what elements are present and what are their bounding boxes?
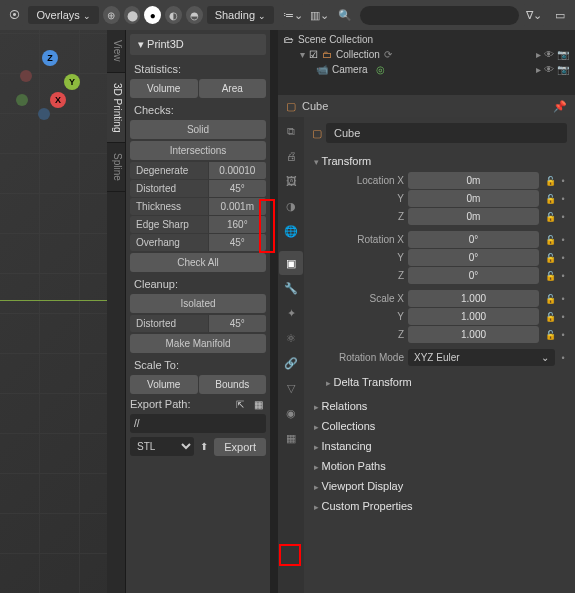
tab-output-icon[interactable]: 🖨 [279,144,303,168]
export-button[interactable]: Export [214,438,266,456]
rotation-x-value[interactable]: 0° [408,231,539,248]
overlays-dropdown[interactable]: Overlays [28,6,98,24]
axes-gizmo[interactable]: Z Y X [10,50,90,130]
checkbox-icon[interactable]: ☑ [309,49,318,60]
tab-view[interactable]: View [107,30,125,73]
tab-constraints-icon[interactable]: 🔗 [279,351,303,375]
keyframe-dot-icon[interactable]: • [559,212,567,222]
viewlayer-icon[interactable]: ⟳ [384,49,392,60]
intersections-button[interactable]: Intersections [130,141,266,160]
scale-x-value[interactable]: 1.000 [408,290,539,307]
filter-icon[interactable]: ∇⌄ [523,4,545,26]
shading-extra-icon[interactable]: ◓ [186,6,203,24]
edgesharp-value[interactable]: 160° [209,216,266,233]
export-format-select[interactable]: STL [130,437,194,456]
pin-icon[interactable]: 📌 [553,100,567,113]
eye-icon[interactable]: 👁 [544,64,554,75]
lock-icon[interactable]: 🔓 [543,235,557,245]
overhang-value[interactable]: 45° [209,234,266,251]
overhang-button[interactable]: Overhang [130,234,208,251]
disclosure-icon[interactable]: ▾ [300,49,305,60]
keyframe-dot-icon[interactable]: • [559,271,567,281]
lock-icon[interactable]: 🔓 [543,194,557,204]
overlays-toggle-icon[interactable]: ⦿ [4,4,24,26]
tab-3d-printing[interactable]: 3D Printing [107,73,125,143]
gizmo-y-icon[interactable]: Y [64,74,80,90]
lock-icon[interactable]: 🔓 [543,330,557,340]
collections-header[interactable]: Collections [312,416,567,436]
rotation-y-value[interactable]: 0° [408,249,539,266]
tab-material-icon[interactable]: ◉ [279,401,303,425]
tab-world-icon[interactable]: 🌐 [279,219,303,243]
apply-transform-icon[interactable]: ▦ [250,396,266,412]
viewport-display-header[interactable]: Viewport Display [312,476,567,496]
tab-mesh-icon[interactable]: ▽ [279,376,303,400]
volume-button[interactable]: Volume [130,79,198,98]
outliner-scene-row[interactable]: 🗁 Scene Collection [280,32,573,47]
object-name-input[interactable] [326,123,567,143]
hide-icon[interactable]: ▸ [536,64,541,75]
tab-scene-icon[interactable]: ◑ [279,194,303,218]
editor-type-icon[interactable]: ≔⌄ [282,4,304,26]
tab-viewlayer-icon[interactable]: 🖼 [279,169,303,193]
tab-spline[interactable]: Spline [107,143,125,192]
gizmo-neg-y-icon[interactable] [16,94,28,106]
shading-rendered-icon[interactable]: ◐ [165,6,182,24]
scale-volume-button[interactable]: Volume [130,375,198,394]
lock-icon[interactable]: 🔓 [543,294,557,304]
distorted-button[interactable]: Distorted [130,180,208,197]
new-collection-icon[interactable]: ▭ [549,4,571,26]
gizmo-z-icon[interactable]: Z [42,50,58,66]
edgesharp-button[interactable]: Edge Sharp [130,216,208,233]
tab-object-icon[interactable]: ▣ [279,251,303,275]
eye-icon[interactable]: 👁 [544,49,554,60]
copy-path-icon[interactable]: ⇱ [232,396,248,412]
camera-restrict-icon[interactable]: 📷 [557,64,569,75]
instancing-header[interactable]: Instancing [312,436,567,456]
keyframe-dot-icon[interactable]: • [559,176,567,186]
check-all-button[interactable]: Check All [130,253,266,272]
solid-button[interactable]: Solid [130,120,266,139]
custom-properties-header[interactable]: Custom Properties [312,496,567,516]
panel-title[interactable]: ▾ Print3D [130,34,266,55]
tab-render-icon[interactable]: ⧉ [279,119,303,143]
make-manifold-button[interactable]: Make Manifold [130,334,266,353]
cleanup-distorted-button[interactable]: Distorted [130,315,208,332]
lock-icon[interactable]: 🔓 [543,271,557,281]
keyframe-dot-icon[interactable]: • [559,312,567,322]
3d-viewport[interactable]: Z Y X View 3D Printing Spline ▾ Print3D … [0,30,270,593]
outliner-camera-row[interactable]: 📹 Camera ◎ ▸ 👁 📷 [312,62,573,77]
transform-header[interactable]: Transform [312,151,567,171]
export-up-icon[interactable]: ⬆ [196,439,212,455]
gizmo-neg-x-icon[interactable] [20,70,32,82]
gizmo-x-icon[interactable]: X [50,92,66,108]
keyframe-dot-icon[interactable]: • [559,235,567,245]
location-x-value[interactable]: 0m [408,172,539,189]
shading-wire-icon[interactable]: ⊕ [103,6,120,24]
camera-restrict-icon[interactable]: 📷 [557,49,569,60]
thickness-value[interactable]: 0.001m [209,198,266,215]
degenerate-value[interactable]: 0.00010 [209,162,266,179]
display-mode-icon[interactable]: ▥⌄ [308,4,330,26]
lock-icon[interactable]: 🔓 [543,312,557,322]
hide-icon[interactable]: ▸ [536,49,541,60]
thickness-button[interactable]: Thickness [130,198,208,215]
scale-z-value[interactable]: 1.000 [408,326,539,343]
tab-modifiers-icon[interactable]: 🔧 [279,276,303,300]
scale-y-value[interactable]: 1.000 [408,308,539,325]
isolated-button[interactable]: Isolated [130,294,266,313]
camera-data-icon[interactable]: ◎ [376,64,385,75]
rotation-mode-select[interactable]: XYZ Euler⌄ [408,349,555,366]
distorted-value[interactable]: 45° [209,180,266,197]
location-y-value[interactable]: 0m [408,190,539,207]
shading-material-icon[interactable]: ● [144,6,161,24]
keyframe-dot-icon[interactable]: • [559,294,567,304]
shading-solid-icon[interactable]: ⬤ [124,6,141,24]
tab-texture-icon[interactable]: ▦ [279,426,303,450]
delta-transform-header[interactable]: Delta Transform [324,372,567,392]
rotation-z-value[interactable]: 0° [408,267,539,284]
lock-icon[interactable]: 🔓 [543,212,557,222]
relations-header[interactable]: Relations [312,396,567,416]
tab-particles-icon[interactable]: ✦ [279,301,303,325]
lock-icon[interactable]: 🔓 [543,253,557,263]
